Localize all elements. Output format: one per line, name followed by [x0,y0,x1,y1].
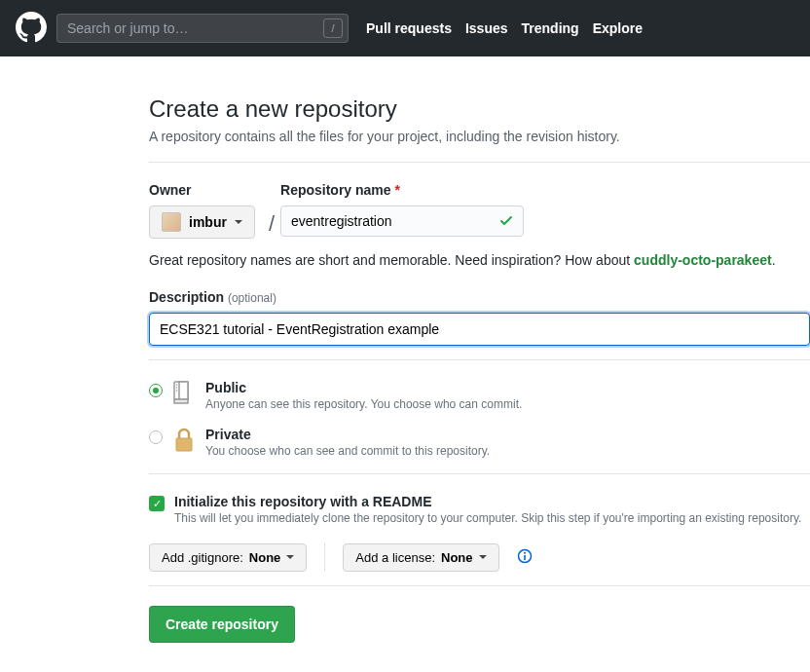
vertical-divider [324,542,325,572]
separator [149,585,810,586]
readme-row[interactable]: ✓ Initialize this repository with a READ… [149,494,810,525]
svg-rect-6 [176,438,192,451]
description-label: Description (optional) [149,289,810,305]
name-row: Owner imbur / Repository name * [149,182,810,239]
separator [149,473,810,474]
repo-public-icon [172,380,196,410]
readme-title: Initialize this repository with a README [174,494,801,509]
private-text: Private You choose who can see and commi… [205,427,490,458]
avatar [162,212,181,232]
name-hint: Great repository names are short and mem… [149,252,810,268]
svg-point-4 [176,390,178,392]
create-repository-button[interactable]: Create repository [149,606,295,643]
page-subtitle: A repository contains all the files for … [149,129,810,144]
svg-rect-8 [524,555,526,560]
radio-private[interactable] [149,430,163,444]
description-block: Description (optional) [149,289,810,346]
caret-down-icon [235,220,242,224]
svg-point-3 [176,387,178,389]
search-slash-key-icon: / [323,19,343,38]
caret-down-icon [286,555,294,559]
search-input[interactable] [56,14,349,43]
repo-name-label: Repository name * [280,182,524,198]
name-suggestion[interactable]: cuddly-octo-parakeet [634,252,772,268]
svg-point-9 [524,551,526,553]
svg-rect-5 [174,399,188,403]
private-title: Private [205,427,251,442]
search-wrapper: / [56,14,349,43]
nav-explore[interactable]: Explore [593,20,643,36]
description-input[interactable] [149,313,810,346]
separator [149,359,810,360]
lock-icon [172,427,196,457]
readme-checkbox[interactable]: ✓ [149,496,165,511]
owner-name: imbur [189,214,227,230]
checkmark-icon [498,213,514,232]
dropdown-row: Add .gitignore: None Add a license: None [149,542,810,572]
primary-nav: Pull requests Issues Trending Explore [366,20,643,36]
slash-separator: / [263,182,280,237]
readme-text: Initialize this repository with a README… [174,494,801,525]
page-title: Create a new repository [149,95,810,123]
owner-label: Owner [149,182,255,198]
separator [149,162,810,163]
repo-name-input[interactable] [280,205,524,237]
svg-rect-1 [179,382,188,399]
license-info-icon[interactable] [517,548,533,567]
public-text: Public Anyone can see this repository. Y… [205,380,522,411]
optional-text: (optional) [228,291,276,305]
repo-name-wrap [280,205,524,237]
public-subtitle: Anyone can see this repository. You choo… [205,397,522,411]
repo-name-column: Repository name * [280,182,524,237]
visibility-public-row[interactable]: Public Anyone can see this repository. Y… [149,380,810,411]
svg-point-2 [176,384,178,386]
owner-column: Owner imbur [149,182,255,239]
gitignore-select-button[interactable]: Add .gitignore: None [149,543,307,572]
github-logo-icon[interactable] [16,12,47,46]
nav-pull-requests[interactable]: Pull requests [366,20,452,36]
nav-issues[interactable]: Issues [465,20,508,36]
nav-trending[interactable]: Trending [522,20,579,36]
github-header: / Pull requests Issues Trending Explore [0,0,810,56]
readme-subtitle: This will let you immediately clone the … [174,511,801,525]
caret-down-icon [479,555,487,559]
radio-public[interactable] [149,384,163,397]
license-select-button[interactable]: Add a license: None [343,543,498,572]
required-mark: * [395,182,400,198]
main-content: Create a new repository A repository con… [0,56,810,672]
private-subtitle: You choose who can see and commit to thi… [205,444,490,458]
public-title: Public [205,380,246,395]
owner-select-button[interactable]: imbur [149,205,255,239]
visibility-private-row[interactable]: Private You choose who can see and commi… [149,427,810,458]
